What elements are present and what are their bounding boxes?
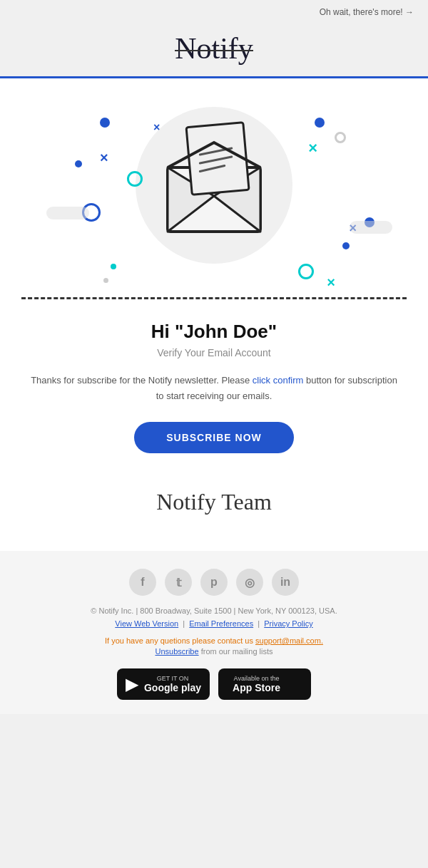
footer: f 𝕥 p ◎ in © Notify Inc. | 800 Broadway,… — [0, 551, 428, 714]
footer-links: View Web Version | Email Preferences | P… — [14, 619, 414, 628]
footer-address: © Notify Inc. | 800 Broadway, Suite 1500… — [14, 606, 414, 615]
social-icons: f 𝕥 p ◎ in — [14, 569, 414, 596]
dashed-divider — [21, 297, 407, 299]
top-bar-link[interactable]: Oh wait, there's more! → — [320, 7, 414, 17]
dot-3 — [111, 264, 116, 269]
body-text: Thanks for subscribe for the Notify news… — [29, 373, 399, 404]
app-store-button[interactable]: Available on the App Store — [218, 668, 311, 700]
dot-1 — [100, 118, 110, 128]
twitter-icon[interactable]: 𝕥 — [165, 569, 192, 596]
circle-3 — [335, 132, 346, 143]
instagram-icon[interactable]: ◎ — [236, 569, 263, 596]
cross-5: × — [327, 274, 335, 291]
footer-unsub: Unsubscribe from our mailing lists — [14, 647, 414, 656]
top-bar: Oh wait, there's more! → — [0, 0, 428, 24]
google-play-button[interactable]: ▶ GET IT ON Google play — [117, 668, 210, 700]
subscribe-button[interactable]: SUBSCRIBE NOW — [134, 422, 294, 453]
store-buttons: ▶ GET IT ON Google play Available on the… — [14, 668, 414, 700]
app-store-text: Available on the App Store — [233, 675, 280, 693]
dot-2 — [75, 160, 82, 167]
privacy-link[interactable]: Privacy Policy — [264, 619, 312, 628]
pill-1 — [46, 207, 89, 219]
google-play-icon: ▶ — [126, 674, 138, 694]
view-web-link[interactable]: View Web Version — [115, 619, 178, 628]
dot-7 — [103, 278, 108, 283]
logo-section: Notify — [0, 24, 428, 76]
subtitle-text: Verify Your Email Account — [29, 347, 399, 358]
linkedin-icon[interactable]: in — [272, 569, 299, 596]
cross-2: × — [100, 150, 108, 166]
cross-3: × — [308, 139, 317, 157]
email-prefs-link[interactable]: Email Preferences — [189, 619, 253, 628]
pinterest-icon[interactable]: p — [200, 569, 228, 596]
google-play-text: GET IT ON Google play — [144, 675, 201, 693]
logo: Notify — [175, 31, 253, 66]
dot-5 — [342, 242, 350, 249]
circle-4 — [298, 264, 314, 279]
envelope-illustration — [136, 100, 292, 257]
greeting-text: Hi "John Doe" — [29, 321, 399, 343]
footer-support: If you have any quetions please contact … — [14, 636, 414, 645]
signature: Notify Team — [29, 489, 399, 522]
facebook-icon[interactable]: f — [129, 569, 156, 596]
unsubscribe-link[interactable]: Unsubscribe — [155, 647, 198, 656]
dot-4 — [315, 118, 325, 128]
pill-2 — [350, 221, 392, 234]
illustration: × × × × × — [0, 78, 428, 306]
support-email-link[interactable]: support@mail.com. — [255, 636, 323, 645]
main-content: × × × × × — [0, 78, 428, 551]
highlight-text: click confirm — [253, 375, 304, 386]
text-section: Hi "John Doe" Verify Your Email Account … — [0, 306, 428, 529]
